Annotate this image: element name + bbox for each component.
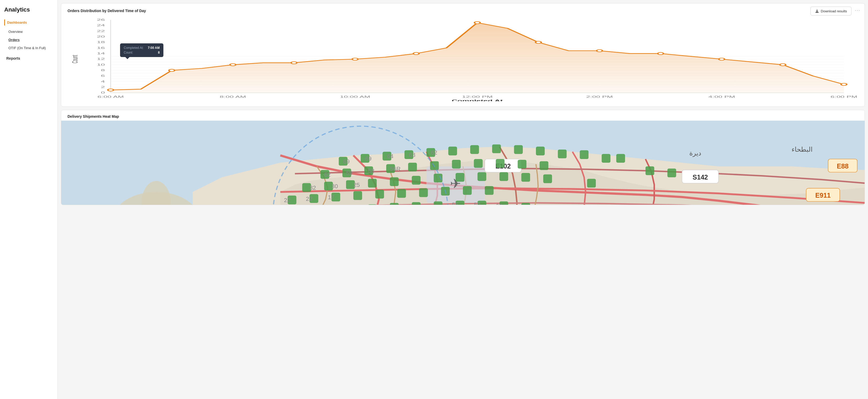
chart-title: Orders Distribution by Delivered Time of… — [67, 9, 858, 13]
svg-rect-110 — [499, 172, 508, 181]
svg-text:6: 6 — [101, 74, 105, 77]
svg-rect-0 — [815, 12, 818, 13]
svg-rect-130 — [368, 204, 377, 205]
heatmap-title: Delivery Shipments Heat Map — [61, 110, 865, 121]
svg-text:Completed At: Completed At — [452, 99, 503, 101]
svg-text:60: 60 — [496, 203, 502, 205]
svg-rect-109 — [477, 172, 486, 181]
svg-rect-87 — [580, 150, 588, 159]
download-icon — [815, 9, 819, 13]
svg-point-32 — [108, 89, 114, 91]
svg-point-43 — [780, 64, 786, 66]
svg-rect-112 — [543, 174, 552, 183]
svg-point-39 — [535, 41, 541, 43]
svg-rect-124 — [485, 186, 493, 195]
svg-text:12:00 PM: 12:00 PM — [462, 95, 493, 98]
svg-rect-111 — [521, 173, 530, 182]
panel-menu-button[interactable]: ··· — [855, 8, 860, 13]
svg-point-42 — [719, 58, 724, 60]
chart-svg: 0 2 4 6 8 10 12 14 16 18 20 22 24 26 Cou… — [67, 17, 858, 101]
svg-text:10:00 AM: 10:00 AM — [340, 95, 370, 98]
svg-rect-120 — [397, 189, 406, 198]
sidebar-item-orders[interactable]: Orders — [4, 37, 53, 43]
svg-point-44 — [841, 83, 847, 86]
svg-rect-84 — [514, 145, 523, 154]
svg-rect-94 — [452, 160, 461, 168]
svg-text:63: 63 — [518, 204, 524, 205]
svg-text:2: 2 — [101, 85, 105, 89]
svg-rect-99 — [601, 154, 610, 163]
svg-text:18: 18 — [97, 40, 105, 43]
svg-text:8: 8 — [101, 69, 105, 72]
svg-text:10: 10 — [97, 63, 105, 66]
svg-text:63: 63 — [409, 152, 415, 158]
map-svg: E102 D54 S142 S149 E88 E911 E102 البطحاء… — [61, 121, 865, 205]
svg-rect-98 — [539, 161, 548, 170]
svg-text:32: 32 — [309, 185, 316, 191]
svg-text:14: 14 — [97, 52, 105, 55]
svg-text:59: 59 — [474, 201, 480, 205]
svg-rect-95 — [474, 159, 483, 168]
svg-rect-132 — [412, 202, 420, 205]
svg-rect-118 — [353, 191, 362, 200]
svg-rect-83 — [492, 145, 501, 153]
svg-text:58: 58 — [368, 168, 375, 174]
svg-text:12: 12 — [97, 57, 105, 60]
svg-text:Count: Count — [70, 55, 79, 63]
svg-rect-92 — [408, 163, 417, 172]
svg-rect-114 — [667, 168, 676, 177]
map-area[interactable]: E102 D54 S142 S149 E88 E911 E102 البطحاء… — [61, 121, 865, 205]
svg-text:S142: S142 — [692, 174, 708, 181]
svg-text:E88: E88 — [837, 162, 848, 170]
sidebar-reports-label[interactable]: Reports — [4, 53, 53, 62]
svg-text:62: 62 — [431, 149, 437, 156]
svg-rect-121 — [419, 188, 428, 197]
svg-point-36 — [352, 58, 358, 60]
svg-text:4: 4 — [101, 80, 105, 83]
heatmap-panel: Delivery Shipments Heat Map — [61, 110, 865, 205]
svg-rect-119 — [375, 190, 384, 198]
sidebar-item-otif[interactable]: OTIF (On Time & In Full) — [4, 45, 53, 51]
svg-text:69: 69 — [365, 155, 371, 162]
sidebar-dashboards-label[interactable]: Dashboards — [4, 20, 53, 26]
svg-rect-81 — [448, 147, 457, 155]
svg-text:17: 17 — [328, 194, 335, 201]
svg-rect-104 — [368, 179, 377, 187]
svg-text:20: 20 — [97, 35, 105, 38]
download-results-button[interactable]: Download results — [810, 6, 851, 16]
svg-point-38 — [474, 22, 480, 24]
svg-rect-125 — [587, 179, 596, 187]
svg-text:2:00 PM: 2:00 PM — [586, 95, 613, 98]
chart-area: 0 2 4 6 8 10 12 14 16 18 20 22 24 26 Cou… — [67, 17, 858, 101]
svg-rect-82 — [470, 145, 479, 154]
svg-text:22: 22 — [97, 29, 105, 33]
svg-text:4:00 PM: 4:00 PM — [708, 95, 735, 98]
svg-point-34 — [230, 64, 236, 66]
svg-text:16: 16 — [97, 46, 105, 50]
svg-text:8:00 AM: 8:00 AM — [220, 95, 246, 98]
svg-text:55: 55 — [452, 201, 459, 205]
svg-rect-108 — [456, 173, 464, 182]
svg-text:6:00 AM: 6:00 AM — [97, 95, 124, 98]
sidebar-item-overview[interactable]: Overview — [4, 29, 53, 35]
svg-rect-133 — [434, 201, 442, 205]
svg-text:0: 0 — [101, 91, 105, 94]
svg-point-35 — [291, 62, 297, 64]
svg-text:69: 69 — [343, 158, 350, 165]
svg-rect-86 — [558, 150, 566, 158]
svg-text:6:00 PM: 6:00 PM — [831, 95, 857, 98]
svg-rect-123 — [463, 186, 471, 195]
svg-text:64: 64 — [387, 153, 394, 159]
svg-point-41 — [658, 52, 663, 55]
svg-rect-96 — [496, 159, 504, 168]
svg-point-40 — [597, 50, 602, 52]
svg-rect-113 — [646, 166, 654, 175]
svg-rect-97 — [518, 160, 526, 168]
svg-rect-85 — [536, 147, 545, 155]
sidebar: Analytics Dashboards Overview Orders OTI… — [0, 0, 58, 399]
svg-text:ديرة: ديرة — [689, 149, 701, 157]
svg-text:24: 24 — [97, 24, 105, 27]
svg-text:62: 62 — [324, 172, 331, 178]
svg-text:E911: E911 — [815, 192, 831, 199]
svg-point-33 — [169, 69, 175, 71]
